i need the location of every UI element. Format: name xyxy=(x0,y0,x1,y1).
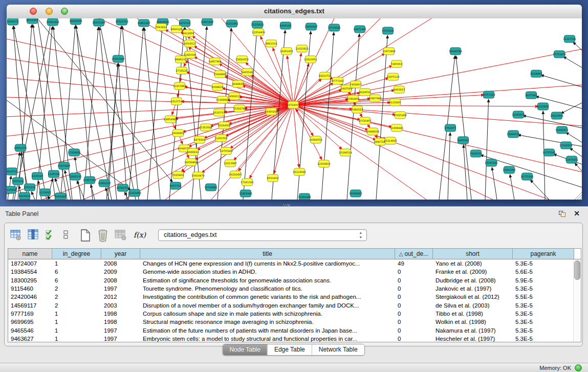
table-cell[interactable]: 2003 xyxy=(101,302,140,309)
table-cell[interactable]: 2008 xyxy=(101,277,140,283)
table-cell[interactable]: 1 xyxy=(52,311,101,317)
table-cell[interactable]: 0 xyxy=(395,277,433,283)
table-cell[interactable]: Investigating the contribution of common… xyxy=(140,294,395,300)
table-cell[interactable]: Jankovic et al. (1997) xyxy=(433,286,513,292)
table-cell[interactable]: 1998 xyxy=(101,319,140,325)
table-cell[interactable]: de Silva et al. (2003) xyxy=(433,302,513,309)
node-table[interactable]: namein_degreeyeartitle△out_de...shortpag… xyxy=(8,248,581,342)
table-cell[interactable]: Dudbridge et al. (2008) xyxy=(433,277,513,283)
clear-selection-icon[interactable] xyxy=(61,228,76,242)
table-cell[interactable]: 1997 xyxy=(101,327,140,334)
table-cell[interactable]: 9115460 xyxy=(8,286,52,292)
table-cell[interactable]: 19384554 xyxy=(8,269,52,275)
graph-edge[interactable] xyxy=(570,148,582,157)
table-row[interactable]: 1456911722003Disruption of a novel membe… xyxy=(8,301,581,309)
select-column-icon[interactable] xyxy=(26,228,41,242)
table-cell[interactable]: 0 xyxy=(395,286,433,292)
table-row[interactable]: 946554611997Estimation of the future num… xyxy=(8,326,581,334)
table-cell[interactable]: Franke et al. (2009) xyxy=(433,269,513,275)
column-header[interactable]: short xyxy=(433,249,513,259)
graph-edge[interactable] xyxy=(448,133,450,200)
table-row[interactable]: 969969511998Structural magnetic resonanc… xyxy=(8,318,581,326)
graph-edge[interactable] xyxy=(561,103,582,114)
table-cell[interactable]: 0 xyxy=(395,294,433,300)
graph-edge[interactable] xyxy=(541,75,582,87)
table-cell[interactable]: 2009 xyxy=(101,269,140,275)
table-cell[interactable]: 5.3E-5 xyxy=(513,302,574,309)
table-cell[interactable]: 5.3E-5 xyxy=(513,260,574,267)
column-header[interactable]: pagerank xyxy=(513,249,574,259)
table-row[interactable]: 977716911998Corpus callosum shape and si… xyxy=(8,310,581,318)
table-cell[interactable]: 5.3E-5 xyxy=(513,311,574,317)
graph-edge[interactable] xyxy=(91,185,95,200)
table-cell[interactable]: 22420046 xyxy=(8,294,52,300)
table-cell[interactable]: Stergiakouli et al. (2012) xyxy=(433,294,513,300)
float-panel-icon[interactable] xyxy=(559,211,567,217)
table-cell[interactable]: 14569117 xyxy=(8,302,52,309)
table-cell[interactable]: 2008 xyxy=(101,260,140,267)
graph-edge[interactable] xyxy=(566,133,582,142)
table-cell[interactable]: 0 xyxy=(395,269,433,275)
table-cell[interactable]: Estimation of significance thresholds fo… xyxy=(140,277,395,283)
table-cell[interactable]: Genome-wide association studies in ADHD. xyxy=(140,269,395,275)
table-cell[interactable]: 1997 xyxy=(101,286,140,292)
network-canvas[interactable]: 4405572881130420691406192185061605528315… xyxy=(7,18,582,200)
graph-edge[interactable] xyxy=(274,105,293,173)
table-cell[interactable]: Yano et al. (2008) xyxy=(433,260,513,267)
table-cell[interactable]: 9777169 xyxy=(8,311,52,317)
table-cell[interactable]: 1 xyxy=(52,260,101,267)
table-row[interactable]: 1938455462009Genome-wide association stu… xyxy=(8,268,581,276)
table-cell[interactable]: Disruption of a novel member of a sodium… xyxy=(140,302,395,309)
table-cell[interactable]: 6 xyxy=(52,277,101,283)
table-cell[interactable]: 9699695 xyxy=(8,319,52,325)
panel-resize-grip[interactable] xyxy=(283,204,290,207)
table-row[interactable]: 1872400712008Changes of HCN gene express… xyxy=(8,259,581,268)
graph-edge[interactable] xyxy=(31,191,35,200)
graph-edge[interactable] xyxy=(530,180,549,200)
graph-edge[interactable] xyxy=(108,63,118,200)
table-cell[interactable]: Structural magnetic resonance image aver… xyxy=(140,319,395,325)
table-cell[interactable]: 49 xyxy=(395,260,433,267)
column-header[interactable]: in_degree xyxy=(52,249,101,259)
table-cell[interactable]: 1998 xyxy=(101,311,140,317)
table-cell[interactable]: 5.9E-5 xyxy=(513,277,574,283)
close-panel-icon[interactable]: ✕ xyxy=(574,209,580,217)
create-table-icon[interactable] xyxy=(78,228,94,242)
table-cell[interactable]: 5.6E-5 xyxy=(513,269,574,275)
graph-edge[interactable] xyxy=(376,35,387,200)
tab-node-table[interactable]: Node Table xyxy=(223,344,267,355)
table-scrollbar[interactable] xyxy=(573,259,581,342)
table-cell[interactable]: 5.3E-5 xyxy=(513,336,574,342)
scrollbar-thumb[interactable] xyxy=(574,260,580,280)
graph-edge[interactable] xyxy=(37,18,172,182)
table-cell[interactable]: 9465546 xyxy=(8,327,52,334)
table-cell[interactable]: 5.3E-5 xyxy=(513,319,574,325)
table-cell[interactable]: 2 xyxy=(52,286,101,292)
column-header[interactable]: △out_de... xyxy=(395,249,433,259)
delete-table-icon[interactable] xyxy=(96,228,111,242)
table-cell[interactable]: Changes of HCN gene expression and I(f) … xyxy=(140,260,395,267)
table-cell[interactable]: 0 xyxy=(395,336,433,342)
graph-edge[interactable] xyxy=(510,174,514,200)
tab-edge-table[interactable]: Edge Table xyxy=(267,344,312,355)
table-cell[interactable]: 1 xyxy=(52,319,101,325)
table-cell[interactable]: Estimation of the future numbers of pati… xyxy=(140,327,395,334)
graph-edge[interactable] xyxy=(575,163,582,171)
graph-edge[interactable] xyxy=(260,36,293,105)
tab-network-table[interactable]: Network Table xyxy=(312,344,364,355)
table-cell[interactable]: 2 xyxy=(52,294,101,300)
function-builder-icon[interactable]: f(x) xyxy=(130,230,149,239)
graph-edge[interactable] xyxy=(347,34,359,200)
table-cell[interactable]: Tourette syndrome. Phenomenology and cla… xyxy=(140,286,395,292)
table-cell[interactable]: 0 xyxy=(395,311,433,317)
table-cell[interactable]: 1 xyxy=(52,327,101,334)
table-settings-icon[interactable] xyxy=(9,228,24,242)
table-cell[interactable]: Corpus callosum shape and size in male p… xyxy=(140,311,395,317)
graph-edge[interactable] xyxy=(492,167,497,200)
table-cell[interactable]: Wolkin et al. (1998) xyxy=(433,319,513,325)
column-header[interactable]: name xyxy=(8,249,52,259)
graph-edge[interactable] xyxy=(147,27,162,200)
table-cell[interactable]: 2 xyxy=(52,302,101,309)
table-cell[interactable]: Hescheler et al. (1997) xyxy=(433,336,513,342)
table-cell[interactable]: 5.3E-5 xyxy=(513,327,574,334)
